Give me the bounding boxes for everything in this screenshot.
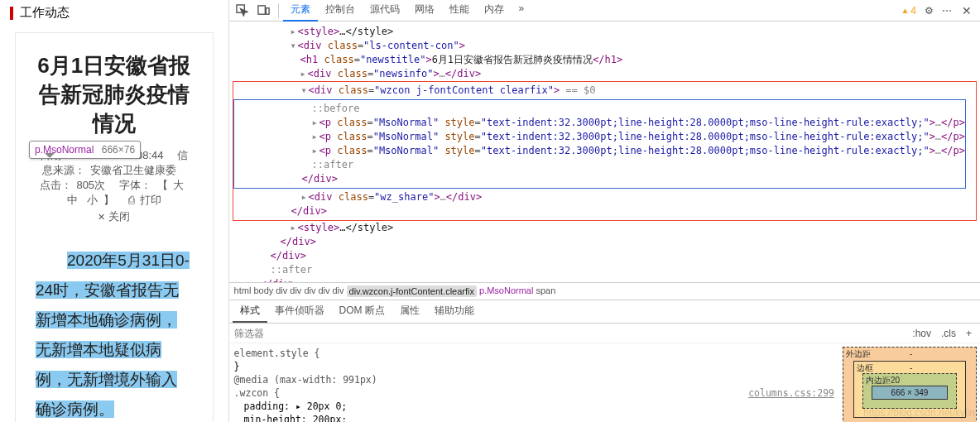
inspect-icon[interactable] (233, 2, 252, 20)
filter-input[interactable] (233, 326, 398, 341)
filter-row: :hov .cls + (229, 324, 980, 343)
tab-console[interactable]: 控制台 (318, 0, 363, 22)
tab-sources[interactable]: 源代码 (363, 0, 407, 22)
highlighted-text: 2020年5月31日0-24时，安徽省报告无新增本地确诊病例，无新增本地疑似病例… (36, 252, 190, 418)
inspect-tooltip: p.MsoNormal 666×76 (29, 141, 141, 159)
font-mid[interactable]: 中 (67, 194, 78, 206)
add-rule-button[interactable]: + (961, 328, 977, 339)
print-icon[interactable]: ⎙ (128, 194, 140, 206)
gear-icon[interactable]: ⚙ (921, 5, 937, 17)
close-link[interactable]: 关闭 (36, 209, 193, 224)
tab-styles[interactable]: 样式 (233, 300, 267, 323)
tooltip-dims: 666×76 (102, 144, 135, 156)
section-heading: 工作动态 (2, 0, 227, 26)
devtools-pane: 元素 控制台 源代码 网络 性能 内存 » 4 ⚙ ⋯ ✕ ▸<style>…<… (229, 0, 980, 422)
hits-value: 805次 (76, 179, 105, 191)
source-value: 安徽省卫生健康委 (90, 164, 176, 176)
source-link[interactable]: columns.css:299 (748, 386, 834, 400)
article-card: 6月1日安徽省报告新冠肺炎疫情情况 日期： 2020-06-01 08:44 信… (15, 32, 214, 422)
close-icon[interactable]: ✕ (957, 4, 977, 17)
red-bar (10, 7, 13, 20)
box-content: 666 × 349 (872, 386, 948, 400)
tab-props[interactable]: 属性 (392, 300, 427, 323)
device-icon[interactable] (254, 2, 274, 20)
page-title: 6月1日安徽省报告新冠肺炎疫情情况 (36, 51, 193, 138)
section-title-text: 工作动态 (20, 5, 70, 21)
dom-tree[interactable]: ▸<style>…</style> ▾<div class="ls-conten… (229, 22, 980, 282)
tab-more[interactable]: » (512, 0, 532, 22)
font-label: 字体： (119, 179, 151, 191)
node[interactable]: <style> (298, 26, 340, 37)
css-rules[interactable]: element.style { } @media (max-width: 991… (229, 343, 839, 422)
styles-pane: 样式 事件侦听器 DOM 断点 属性 辅助功能 :hov .cls + elem… (229, 300, 980, 422)
watermark: https://blog.csdn.net/kylin (863, 407, 975, 419)
pseudo-before: ::before (312, 103, 360, 114)
breadcrumb[interactable]: htmlbodydivdivdivdivdiv div.wzcon.j-font… (229, 282, 980, 300)
warning-count: 4 (910, 5, 916, 17)
close-label: 关闭 (108, 210, 130, 223)
crumb-selected[interactable]: div.wzcon.j-fontContent.clearfix (347, 285, 477, 297)
divider (278, 3, 279, 18)
styles-tabs: 样式 事件侦听器 DOM 断点 属性 辅助功能 (229, 300, 980, 324)
hov-button[interactable]: :hov (907, 328, 936, 339)
tab-dombp[interactable]: DOM 断点 (332, 300, 392, 323)
tab-listeners[interactable]: 事件侦听器 (267, 300, 332, 323)
tab-a11y[interactable]: 辅助功能 (427, 300, 482, 323)
svg-rect-1 (258, 6, 265, 14)
cls-button[interactable]: .cls (936, 328, 961, 339)
kebab-icon[interactable]: ⋯ (939, 5, 955, 17)
article-body: 2020年5月31日0-24时，安徽省报告无新增本地确诊病例，无新增本地疑似病例… (36, 246, 193, 422)
tab-performance[interactable]: 性能 (442, 0, 477, 22)
tab-memory[interactable]: 内存 (477, 0, 512, 22)
tooltip-selector: p.MsoNormal (35, 144, 94, 156)
print-label[interactable]: 打印 (140, 194, 161, 206)
font-big[interactable]: 大 (173, 179, 184, 191)
font-small[interactable]: 小 (87, 194, 98, 206)
svg-rect-2 (266, 8, 269, 15)
devtools-toolbar: 元素 控制台 源代码 网络 性能 内存 » 4 ⚙ ⋯ ✕ (229, 0, 980, 22)
paragraph: 2020年5月31日0-24时，安徽省报告无新增本地确诊病例，无新增本地疑似病例… (36, 246, 193, 422)
hits-label: 点击： (40, 179, 72, 191)
article-pane: 工作动态 6月1日安徽省报告新冠肺炎疫情情况 日期： 2020-06-01 08… (0, 0, 229, 422)
tab-network[interactable]: 网络 (407, 0, 442, 22)
warning-badge[interactable]: 4 (901, 5, 916, 17)
devtools-tabs: 元素 控制台 源代码 网络 性能 内存 » (283, 0, 532, 22)
tab-elements[interactable]: 元素 (283, 0, 318, 22)
pseudo-after: ::after (312, 159, 354, 170)
